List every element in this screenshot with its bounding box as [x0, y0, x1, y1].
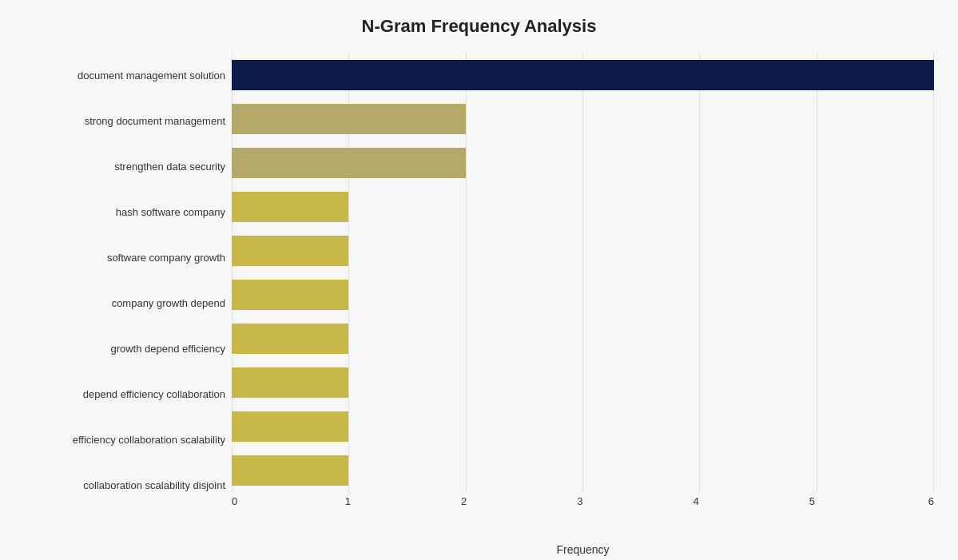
x-tick: 6	[928, 495, 934, 507]
bar-row	[232, 272, 934, 316]
bar	[232, 236, 348, 266]
bar	[232, 104, 466, 134]
bar	[232, 324, 348, 354]
y-labels: document management solutionstrong docum…	[24, 53, 232, 532]
y-label: growth depend efficiency	[110, 326, 225, 371]
bars-section	[232, 53, 934, 492]
x-axis-wrapper: 0123456 Frequency	[232, 492, 934, 532]
bar-row	[232, 185, 934, 228]
x-ticks: 0123456	[232, 492, 934, 507]
chart-area: document management solutionstrong docum…	[24, 53, 934, 532]
x-tick: 2	[461, 495, 467, 507]
x-tick: 1	[345, 495, 351, 507]
bar-row	[232, 53, 934, 97]
chart-title: N-Gram Frequency Analysis	[362, 16, 597, 37]
bar	[232, 148, 466, 178]
bar	[232, 192, 348, 222]
bar-row	[232, 360, 934, 404]
y-label: strengthen data security	[114, 144, 225, 189]
chart-container: N-Gram Frequency Analysis document manag…	[0, 0, 958, 560]
x-axis-label: Frequency	[556, 543, 609, 556]
bar-row	[232, 316, 934, 360]
bars-and-x: 0123456 Frequency	[232, 53, 934, 532]
y-label: document management solution	[78, 53, 225, 98]
x-tick: 0	[232, 495, 237, 507]
bar-row	[232, 141, 934, 185]
x-tick: 4	[694, 495, 699, 507]
y-label: strong document management	[85, 98, 225, 144]
bar	[232, 60, 934, 90]
bar	[232, 367, 348, 398]
x-tick: 3	[577, 495, 582, 507]
y-label: hash software company	[116, 189, 225, 235]
x-tick: 5	[809, 495, 815, 507]
bars-wrapper	[232, 53, 934, 492]
bar-row	[232, 448, 934, 492]
y-label: collaboration scalability disjoint	[83, 463, 225, 508]
bar	[232, 455, 348, 486]
bar-row	[232, 404, 934, 448]
y-label: software company growth	[107, 235, 225, 280]
y-label: efficiency collaboration scalability	[73, 417, 225, 463]
y-label: depend efficiency collaboration	[83, 371, 225, 417]
bar-row	[232, 97, 934, 141]
bar	[232, 280, 348, 310]
bar-row	[232, 228, 934, 272]
y-label: company growth depend	[112, 280, 225, 326]
bar	[232, 411, 348, 442]
